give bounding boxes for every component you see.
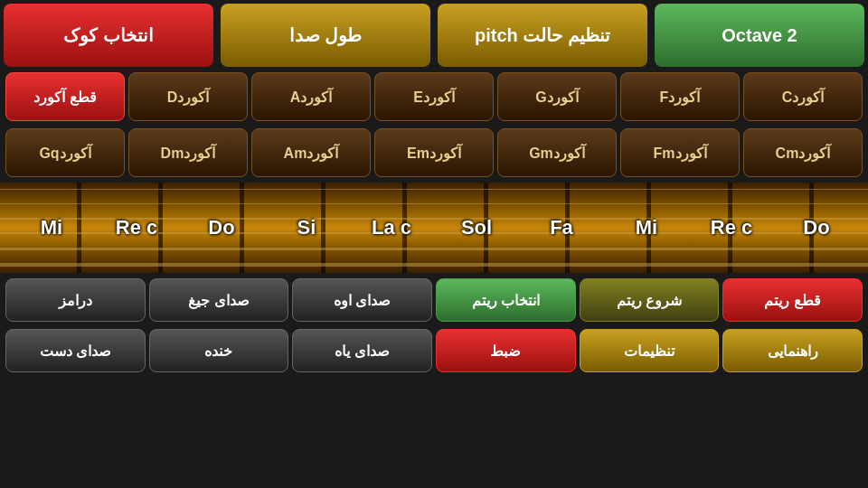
note-fa: Fa — [534, 216, 589, 239]
yah-sound-button[interactable]: صدای یاه — [292, 329, 432, 372]
string-2 — [0, 203, 868, 205]
chord-em[interactable]: آکوردE — [374, 72, 494, 121]
chord-d[interactable]: آکوردFm — [620, 128, 740, 177]
chord-a[interactable]: آکوردGm — [497, 128, 617, 177]
ooh-sound-button[interactable]: صدای اوه — [292, 278, 432, 322]
chord-cm[interactable]: آکوردGq — [5, 128, 125, 177]
string-1 — [0, 189, 868, 190]
note-lac: La c — [364, 216, 419, 239]
chord-gm[interactable]: آکوردA — [251, 72, 371, 121]
pitch-button[interactable]: تنظیم حالت pitch — [438, 4, 647, 67]
note-sol: Sol — [449, 216, 504, 239]
octave-button[interactable]: Octave 2 — [655, 4, 864, 67]
note-mi2: Mi — [24, 216, 79, 239]
chord-fm[interactable]: آکوردD — [128, 72, 248, 121]
select-rhythm-button[interactable]: انتخاب ریتم — [436, 278, 576, 322]
note-do2: Do — [194, 216, 249, 239]
note-si: Si — [279, 216, 334, 239]
select-tune-button[interactable]: انتخاب کوک — [4, 4, 213, 67]
stop-rhythm-button[interactable]: قطع ریتم — [722, 278, 863, 322]
fret-notes-container: Do Re c Mi Fa Sol La c Si Do Re c Mi — [0, 216, 868, 239]
stop-chord-button[interactable]: قطع آکورد — [5, 72, 125, 121]
chord-g[interactable]: آکوردAm — [251, 128, 371, 177]
record-button[interactable]: ضبط — [436, 329, 576, 372]
chord-am[interactable]: آکوردG — [497, 72, 617, 121]
help-button[interactable]: راهنمایی — [722, 329, 863, 372]
chord-c[interactable]: آکوردCm — [743, 128, 863, 177]
scream-sound-button[interactable]: صدای جیغ — [149, 278, 289, 322]
start-rhythm-button[interactable]: شروع ریتم — [580, 278, 720, 322]
chord-f[interactable]: آکوردDm — [128, 128, 248, 177]
settings-button[interactable]: تنظیمات — [580, 329, 720, 372]
chord-e[interactable]: آکوردEm — [374, 128, 494, 177]
note-rec1: Re c — [704, 216, 759, 239]
laugh-sound-button[interactable]: خنده — [149, 329, 289, 372]
note-do1: Do — [789, 216, 844, 239]
chord-gq[interactable]: آکوردC — [743, 72, 863, 121]
drums-button[interactable]: درامز — [5, 278, 146, 322]
string-5 — [0, 248, 868, 250]
string-6 — [0, 263, 868, 267]
note-rec2: Re c — [109, 216, 164, 239]
fretboard[interactable]: Do Re c Mi Fa Sol La c Si Do Re c Mi — [0, 183, 868, 273]
sound-length-button[interactable]: طول صدا — [221, 4, 430, 67]
chord-dm[interactable]: آکوردF — [620, 72, 740, 121]
note-mi1: Mi — [619, 216, 674, 239]
clap-sound-button[interactable]: صدای دست — [5, 329, 146, 372]
